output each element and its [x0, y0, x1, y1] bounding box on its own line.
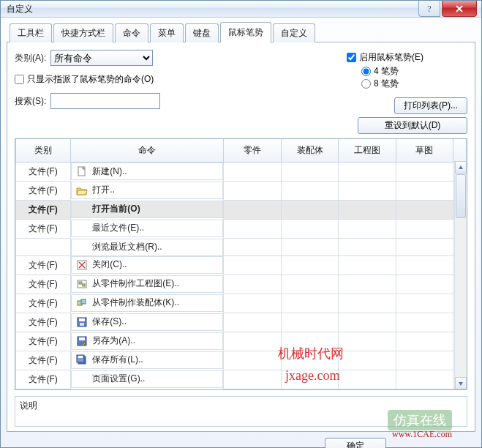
only-assigned-input[interactable] [15, 75, 24, 84]
cell-assembly[interactable] [281, 332, 338, 351]
cell-part[interactable] [224, 332, 281, 351]
table-row[interactable]: 文件(F)从零件制作工程图(E).. [16, 275, 467, 294]
enable-gestures-checkbox[interactable]: 启用鼠标笔势(E) [347, 51, 423, 64]
cell-assembly[interactable] [281, 239, 338, 256]
cell-category: 文件(F) [16, 370, 71, 389]
cell-assembly[interactable] [281, 351, 338, 370]
cell-assembly[interactable] [281, 275, 338, 294]
cell-assembly[interactable] [281, 182, 338, 201]
cell-sketch[interactable] [396, 370, 453, 389]
cell-category: 文件(F) [16, 256, 71, 275]
table-row[interactable]: 文件(F)新建(N).. [16, 163, 467, 182]
cell-assembly[interactable] [281, 163, 338, 182]
cell-sketch[interactable] [396, 163, 453, 182]
table-row[interactable]: 文件(F)最近文件(E).. [16, 220, 467, 239]
cell-part[interactable] [224, 182, 281, 201]
th-sketch[interactable]: 草图 [396, 139, 453, 163]
table-row[interactable]: 文件(F)页面设置(G).. [16, 370, 467, 389]
cell-drawing[interactable] [339, 294, 396, 313]
vertical-scrollbar[interactable] [454, 161, 467, 389]
th-part[interactable]: 零件 [224, 139, 281, 163]
svg-rect-15 [78, 356, 83, 358]
cell-assembly[interactable] [281, 370, 338, 389]
table-header-row: 类别 命令 零件 装配体 工程图 草图 [16, 139, 467, 163]
cell-drawing[interactable] [339, 351, 396, 370]
only-assigned-checkbox[interactable]: 只显示指派了鼠标笔势的命令(O) [15, 73, 154, 86]
cell-drawing[interactable] [339, 220, 396, 239]
th-command[interactable]: 命令 [71, 139, 224, 163]
table-row[interactable]: 文件(F)另存为(A).. [16, 332, 467, 351]
tab-menus[interactable]: 菜单 [150, 23, 184, 42]
cell-drawing[interactable] [339, 201, 396, 220]
cell-drawing[interactable] [339, 256, 396, 275]
tab-customize[interactable]: 自定义 [273, 23, 315, 42]
cell-part[interactable] [224, 256, 281, 275]
table-row[interactable]: 浏览最近文档(R).. [16, 239, 467, 256]
table-row[interactable]: 文件(F)保存(S).. [16, 313, 467, 332]
cell-drawing[interactable] [339, 239, 396, 256]
scroll-up-button[interactable] [455, 161, 467, 173]
cell-sketch[interactable] [396, 313, 453, 332]
th-drawing[interactable]: 工程图 [339, 139, 396, 163]
cell-part[interactable] [224, 239, 281, 256]
tab-mouse-gestures[interactable]: 鼠标笔势 [220, 22, 271, 42]
cell-drawing[interactable] [339, 275, 396, 294]
cell-sketch[interactable] [396, 275, 453, 294]
cell-assembly[interactable] [281, 220, 338, 239]
tab-shortcut-bars[interactable]: 快捷方式栏 [53, 23, 113, 42]
dialog-footer: 确定 [1, 435, 481, 448]
cell-part[interactable] [224, 201, 281, 220]
cell-part[interactable] [224, 220, 281, 239]
cell-assembly[interactable] [281, 256, 338, 275]
table-row[interactable]: 文件(F)打开.. [16, 182, 467, 201]
table-row[interactable]: 文件(F)从零件制作装配体(K).. [16, 294, 467, 313]
customize-dialog: 自定义 ? 工具栏 快捷方式栏 命令 菜单 键盘 鼠标笔势 自定义 类别(A): [0, 0, 482, 448]
cell-sketch[interactable] [396, 201, 453, 220]
tab-keyboard[interactable]: 键盘 [185, 23, 219, 42]
cell-sketch[interactable] [396, 182, 453, 201]
close-button[interactable] [442, 1, 477, 17]
cell-part[interactable] [224, 294, 281, 313]
scroll-down-button[interactable] [455, 377, 467, 389]
cell-drawing[interactable] [339, 163, 396, 182]
reset-defaults-button[interactable]: 重设到默认(D) [358, 117, 467, 134]
cell-command: 打开.. [71, 182, 223, 199]
svg-rect-4 [79, 282, 82, 284]
th-assembly[interactable]: 装配体 [281, 139, 338, 163]
cell-sketch[interactable] [396, 332, 453, 351]
cell-part[interactable] [224, 163, 281, 182]
cell-drawing[interactable] [339, 370, 396, 389]
th-category[interactable]: 类别 [16, 139, 71, 163]
tab-commands[interactable]: 命令 [115, 23, 148, 42]
tab-toolbars[interactable]: 工具栏 [10, 23, 52, 42]
gesture-4-radio[interactable]: 4 笔势 [361, 65, 399, 78]
gesture-8-radio[interactable]: 8 笔势 [361, 78, 399, 90]
ok-button[interactable]: 确定 [325, 438, 386, 448]
cell-sketch[interactable] [396, 351, 453, 370]
cell-part[interactable] [224, 313, 281, 332]
cell-part[interactable] [224, 370, 281, 389]
scroll-thumb[interactable] [456, 174, 466, 218]
cell-drawing[interactable] [339, 313, 396, 332]
category-combo[interactable]: 所有命令 [50, 50, 153, 66]
cell-assembly[interactable] [281, 294, 338, 313]
cell-part[interactable] [224, 351, 281, 370]
table-row[interactable]: 文件(F)打开当前(O) [16, 201, 467, 220]
titlebar: 自定义 ? [1, 1, 481, 18]
cell-sketch[interactable] [396, 294, 453, 313]
help-button[interactable]: ? [418, 1, 440, 17]
print-list-button[interactable]: 打印列表(P)... [394, 97, 467, 114]
search-input[interactable] [50, 93, 160, 109]
cell-assembly[interactable] [281, 201, 338, 220]
table-row[interactable]: 文件(F)关闭(C).. [16, 256, 467, 275]
table-row[interactable]: 文件(F)保存所有(L).. [16, 351, 467, 370]
cell-sketch[interactable] [396, 220, 453, 239]
description-box: 说明 [15, 396, 467, 427]
cell-part[interactable] [224, 275, 281, 294]
cell-sketch[interactable] [396, 239, 453, 256]
enable-gestures-input[interactable] [347, 53, 356, 62]
cell-drawing[interactable] [339, 182, 396, 201]
cell-assembly[interactable] [281, 313, 338, 332]
cell-drawing[interactable] [339, 332, 396, 351]
cell-sketch[interactable] [396, 256, 453, 275]
